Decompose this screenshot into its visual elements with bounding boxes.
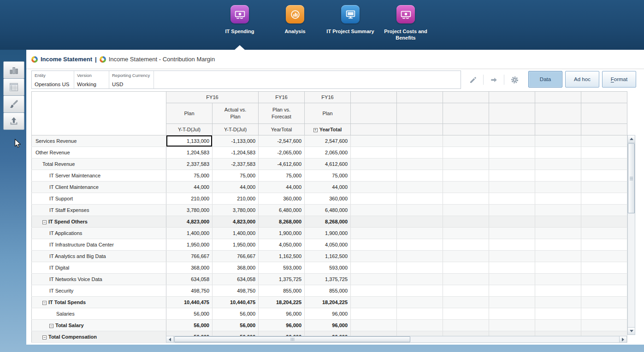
empty-data-cell[interactable] [397, 274, 443, 285]
empty-data-cell[interactable] [581, 297, 627, 308]
empty-data-cell[interactable] [581, 251, 627, 262]
data-cell[interactable]: 8,268,000 [259, 216, 305, 228]
horizontal-scrollbar-thumb[interactable] [174, 336, 410, 342]
empty-data-cell[interactable] [351, 147, 397, 158]
empty-data-cell[interactable] [489, 308, 535, 320]
empty-data-cell[interactable] [351, 251, 397, 262]
empty-data-cell[interactable] [443, 193, 489, 205]
data-cell[interactable]: 44,000 [166, 182, 213, 193]
horizontal-scrollbar[interactable] [166, 336, 627, 343]
row-header-it-total-spends[interactable]: −IT Total Spends [32, 297, 166, 308]
empty-data-cell[interactable] [489, 297, 535, 308]
collapse-icon[interactable]: − [42, 220, 47, 224]
pov-entity[interactable]: EntityOperations US [32, 71, 74, 88]
empty-data-cell[interactable] [581, 308, 627, 320]
empty-data-cell[interactable] [535, 147, 581, 158]
data-cell[interactable]: 634,058 [166, 274, 213, 285]
empty-data-cell[interactable] [397, 320, 443, 331]
empty-data-cell[interactable] [351, 135, 397, 147]
format-button[interactable]: Format [602, 71, 636, 88]
empty-data-cell[interactable] [351, 262, 397, 274]
empty-data-cell[interactable] [581, 320, 627, 331]
data-cell[interactable]: 10,440,475 [166, 297, 213, 308]
data-cell[interactable]: 2,337,583 [166, 158, 213, 170]
empty-data-cell[interactable] [443, 308, 489, 320]
empty-data-cell[interactable] [535, 205, 581, 216]
data-cell[interactable]: 6,480,000 [305, 205, 351, 216]
empty-data-cell[interactable] [581, 239, 627, 251]
year-header[interactable]: FY16 [305, 92, 351, 103]
data-cell[interactable]: 4,823,000 [166, 216, 213, 228]
row-header-it-security[interactable]: IT Security [32, 285, 166, 297]
empty-data-cell[interactable] [443, 135, 489, 147]
scroll-left-button[interactable] [166, 336, 174, 342]
empty-data-cell[interactable] [397, 308, 443, 320]
expand-icon[interactable]: + [313, 128, 318, 132]
empty-data-cell[interactable] [397, 135, 443, 147]
empty-data-cell[interactable] [443, 205, 489, 216]
empty-data-cell[interactable] [397, 285, 443, 297]
vertical-scrollbar-thumb[interactable] [628, 143, 635, 213]
empty-data-cell[interactable] [397, 228, 443, 239]
empty-data-cell[interactable] [489, 285, 535, 297]
empty-data-cell[interactable] [397, 297, 443, 308]
empty-data-cell[interactable] [489, 251, 535, 262]
row-header-it-applications[interactable]: IT Applications [32, 228, 166, 239]
empty-data-cell[interactable] [581, 285, 627, 297]
empty-data-cell[interactable] [489, 274, 535, 285]
scroll-down-button[interactable] [628, 327, 635, 334]
period-header[interactable]: +YearTotal [305, 124, 351, 135]
year-header[interactable]: FY16 [166, 92, 259, 103]
top-nav-item-project-costs-and-benefits[interactable]: Project Costs and Benefits [378, 5, 433, 41]
empty-data-cell[interactable] [535, 216, 581, 228]
data-cell[interactable]: 75,000 [305, 170, 351, 182]
data-cell[interactable]: 368,000 [213, 262, 259, 274]
data-cell[interactable]: 3,780,000 [213, 205, 259, 216]
row-header-it-server-maintenance[interactable]: IT Server Maintenance [32, 170, 166, 182]
data-cell[interactable]: 360,000 [305, 193, 351, 205]
period-header[interactable]: Y-T-D(Jul) [213, 124, 259, 135]
sidebar-button-grid[interactable] [3, 78, 24, 96]
data-cell[interactable]: 1,400,000 [213, 228, 259, 239]
empty-data-cell[interactable] [351, 205, 397, 216]
row-header-it-client-maintenance[interactable]: IT Client Maintenance [32, 182, 166, 193]
data-cell[interactable]: 75,000 [259, 170, 305, 182]
data-cell[interactable]: 75,000 [213, 170, 259, 182]
empty-data-cell[interactable] [443, 297, 489, 308]
data-cell[interactable]: 498,750 [166, 285, 213, 297]
data-cell[interactable]: 10,440,475 [213, 297, 259, 308]
period-header[interactable]: YearTotal [259, 124, 305, 135]
data-cell[interactable]: 1,950,000 [213, 239, 259, 251]
data-cell[interactable]: 1,162,500 [305, 251, 351, 262]
empty-data-cell[interactable] [489, 228, 535, 239]
settings-gear-icon[interactable] [507, 74, 522, 86]
data-cell[interactable]: 44,000 [305, 182, 351, 193]
data-cell[interactable]: 18,204,225 [305, 297, 351, 308]
data-cell[interactable]: 44,000 [213, 182, 259, 193]
row-header-it-analytics-and-big-data[interactable]: IT Analytics and Big Data [32, 251, 166, 262]
empty-data-cell[interactable] [489, 320, 535, 331]
empty-data-cell[interactable] [535, 251, 581, 262]
empty-data-cell[interactable] [397, 205, 443, 216]
empty-data-cell[interactable] [443, 320, 489, 331]
data-cell[interactable]: 766,667 [166, 251, 213, 262]
empty-data-cell[interactable] [581, 205, 627, 216]
empty-data-cell[interactable] [535, 320, 581, 331]
row-header-it-digital[interactable]: IT Digital [32, 262, 166, 274]
data-cell[interactable]: 1,162,500 [259, 251, 305, 262]
empty-data-cell[interactable] [443, 147, 489, 158]
collapse-icon[interactable]: − [42, 301, 47, 305]
data-cell[interactable]: -1,133,000 [213, 135, 259, 147]
empty-data-cell[interactable] [397, 251, 443, 262]
row-header-other-revenue[interactable]: Other Revenue [32, 147, 166, 158]
data-cell[interactable]: 4,612,600 [305, 158, 351, 170]
scenario-header[interactable]: Plan vs. Forecast [259, 103, 305, 124]
empty-data-cell[interactable] [351, 158, 397, 170]
scenario-header[interactable]: Plan [305, 103, 351, 124]
empty-data-cell[interactable] [443, 262, 489, 274]
data-cell[interactable]: 56,000 [166, 308, 213, 320]
data-cell[interactable]: 2,065,000 [305, 147, 351, 158]
empty-data-cell[interactable] [443, 251, 489, 262]
top-nav-item-it-spending[interactable]: IT Spending [212, 5, 267, 41]
empty-data-cell[interactable] [535, 193, 581, 205]
